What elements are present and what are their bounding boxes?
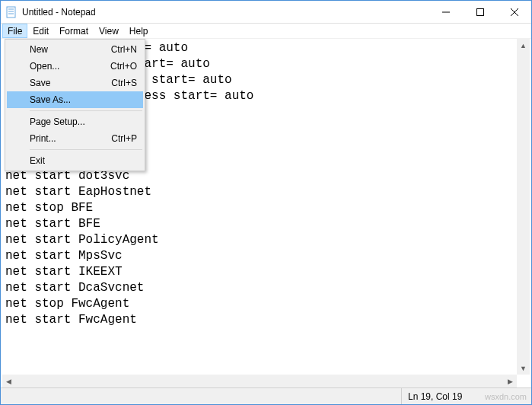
editor-line: net start EapHostnet xyxy=(5,184,527,200)
menu-help[interactable]: Help xyxy=(124,24,154,38)
menu-separator xyxy=(30,149,142,150)
vertical-scrollbar[interactable]: ▲ ▼ xyxy=(517,39,530,375)
menubar: FileEditFormatViewHelp xyxy=(1,24,531,39)
editor-line: net stop BFE xyxy=(5,200,527,216)
menu-item-label: Save xyxy=(30,78,111,88)
watermark: wsxdn.com xyxy=(485,392,531,401)
svg-rect-0 xyxy=(7,7,15,18)
menu-item-shortcut: Ctrl+S xyxy=(111,78,137,88)
menu-file[interactable]: File xyxy=(2,24,27,38)
notepad-icon xyxy=(5,6,18,18)
editor-line: net start FwcAgent xyxy=(5,312,527,328)
menu-item-label: Exit xyxy=(30,155,137,166)
svg-rect-5 xyxy=(476,8,483,15)
menu-item-open[interactable]: Open...Ctrl+O xyxy=(7,58,143,75)
menu-item-save[interactable]: SaveCtrl+S xyxy=(7,75,143,91)
scroll-down-icon[interactable]: ▼ xyxy=(517,362,530,375)
editor-line: net start BFE xyxy=(5,216,527,232)
file-menu-dropdown: NewCtrl+NOpen...Ctrl+OSaveCtrl+SSave As.… xyxy=(5,39,145,171)
menu-item-new[interactable]: NewCtrl+N xyxy=(7,41,143,58)
menu-item-save-as[interactable]: Save As... xyxy=(7,91,143,108)
editor-line: net start PolicyAgent xyxy=(5,232,527,248)
editor-line: net start MpsSvc xyxy=(5,248,527,264)
menu-item-label: New xyxy=(30,44,111,55)
scroll-left-icon[interactable]: ◀ xyxy=(2,375,15,387)
horizontal-scrollbar[interactable]: ◀ ▶ xyxy=(2,375,517,387)
menu-item-label: Save As... xyxy=(30,94,137,105)
menu-item-shortcut: Ctrl+N xyxy=(111,44,137,55)
menu-item-print[interactable]: Print...Ctrl+P xyxy=(7,130,143,147)
cursor-position: Ln 19, Col 19 xyxy=(401,388,485,404)
menu-format[interactable]: Format xyxy=(54,24,94,38)
menu-item-page-setup[interactable]: Page Setup... xyxy=(7,113,143,130)
window-controls xyxy=(428,1,531,23)
maximize-button[interactable] xyxy=(463,1,497,23)
scroll-up-icon[interactable]: ▲ xyxy=(517,39,530,52)
scroll-right-icon[interactable]: ▶ xyxy=(504,375,517,387)
menu-view[interactable]: View xyxy=(94,24,124,38)
titlebar: Untitled - Notepad xyxy=(1,1,531,24)
editor-line: net stop FwcAgent xyxy=(5,296,527,312)
statusbar: Ln 19, Col 19 wsxdn.com xyxy=(1,387,531,404)
editor-line: net start IKEEXT xyxy=(5,264,527,280)
menu-item-label: Open... xyxy=(30,61,110,72)
menu-item-label: Print... xyxy=(30,133,111,144)
menu-item-exit[interactable]: Exit xyxy=(7,152,143,169)
minimize-button[interactable] xyxy=(428,1,463,23)
menu-item-shortcut: Ctrl+O xyxy=(110,61,137,72)
editor-line: net start DcaSvcnet xyxy=(5,280,527,296)
close-button[interactable] xyxy=(497,1,531,23)
menu-item-label: Page Setup... xyxy=(30,116,137,127)
menu-edit[interactable]: Edit xyxy=(27,24,54,38)
menu-item-shortcut: Ctrl+P xyxy=(111,133,137,144)
menu-separator xyxy=(30,110,142,111)
window-title: Untitled - Notepad xyxy=(22,7,428,18)
